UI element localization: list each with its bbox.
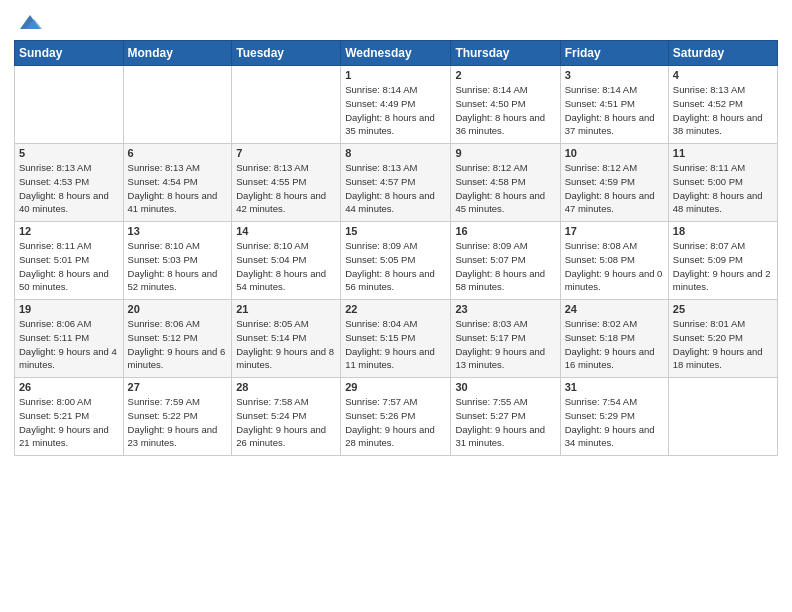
week-row-4: 19Sunrise: 8:06 AMSunset: 5:11 PMDayligh…: [15, 300, 778, 378]
day-number: 5: [19, 147, 119, 159]
day-number: 4: [673, 69, 773, 81]
day-info: Sunrise: 8:09 AMSunset: 5:07 PMDaylight:…: [455, 239, 555, 294]
sunset-text: Sunset: 5:15 PM: [345, 332, 415, 343]
day-info: Sunrise: 8:12 AMSunset: 4:58 PMDaylight:…: [455, 161, 555, 216]
day-info: Sunrise: 8:05 AMSunset: 5:14 PMDaylight:…: [236, 317, 336, 372]
sunrise-text: Sunrise: 7:57 AM: [345, 396, 417, 407]
daylight-text: Daylight: 9 hours and 8 minutes.: [236, 346, 334, 371]
daylight-text: Daylight: 8 hours and 36 minutes.: [455, 112, 545, 137]
daylight-text: Daylight: 8 hours and 44 minutes.: [345, 190, 435, 215]
day-number: 14: [236, 225, 336, 237]
day-info: Sunrise: 8:14 AMSunset: 4:51 PMDaylight:…: [565, 83, 664, 138]
day-info: Sunrise: 8:04 AMSunset: 5:15 PMDaylight:…: [345, 317, 446, 372]
calendar-cell: 18Sunrise: 8:07 AMSunset: 5:09 PMDayligh…: [668, 222, 777, 300]
day-number: 18: [673, 225, 773, 237]
day-info: Sunrise: 8:13 AMSunset: 4:53 PMDaylight:…: [19, 161, 119, 216]
sunrise-text: Sunrise: 8:13 AM: [128, 162, 200, 173]
sunset-text: Sunset: 5:17 PM: [455, 332, 525, 343]
day-info: Sunrise: 8:01 AMSunset: 5:20 PMDaylight:…: [673, 317, 773, 372]
day-number: 29: [345, 381, 446, 393]
sunrise-text: Sunrise: 8:05 AM: [236, 318, 308, 329]
sunrise-text: Sunrise: 8:06 AM: [128, 318, 200, 329]
daylight-text: Daylight: 9 hours and 11 minutes.: [345, 346, 435, 371]
sunset-text: Sunset: 5:22 PM: [128, 410, 198, 421]
daylight-text: Daylight: 8 hours and 45 minutes.: [455, 190, 545, 215]
calendar-cell: 23Sunrise: 8:03 AMSunset: 5:17 PMDayligh…: [451, 300, 560, 378]
calendar-cell: 21Sunrise: 8:05 AMSunset: 5:14 PMDayligh…: [232, 300, 341, 378]
daylight-text: Daylight: 9 hours and 13 minutes.: [455, 346, 545, 371]
calendar-cell: 25Sunrise: 8:01 AMSunset: 5:20 PMDayligh…: [668, 300, 777, 378]
calendar-cell: 1Sunrise: 8:14 AMSunset: 4:49 PMDaylight…: [341, 66, 451, 144]
day-number: 20: [128, 303, 228, 315]
calendar-cell: 19Sunrise: 8:06 AMSunset: 5:11 PMDayligh…: [15, 300, 124, 378]
day-info: Sunrise: 8:13 AMSunset: 4:54 PMDaylight:…: [128, 161, 228, 216]
weekday-header-thursday: Thursday: [451, 41, 560, 66]
day-info: Sunrise: 8:12 AMSunset: 4:59 PMDaylight:…: [565, 161, 664, 216]
calendar-cell: 16Sunrise: 8:09 AMSunset: 5:07 PMDayligh…: [451, 222, 560, 300]
weekday-header-tuesday: Tuesday: [232, 41, 341, 66]
sunrise-text: Sunrise: 8:13 AM: [19, 162, 91, 173]
calendar-cell: 10Sunrise: 8:12 AMSunset: 4:59 PMDayligh…: [560, 144, 668, 222]
day-number: 30: [455, 381, 555, 393]
day-info: Sunrise: 7:55 AMSunset: 5:27 PMDaylight:…: [455, 395, 555, 450]
weekday-header-monday: Monday: [123, 41, 232, 66]
daylight-text: Daylight: 8 hours and 58 minutes.: [455, 268, 545, 293]
sunrise-text: Sunrise: 7:58 AM: [236, 396, 308, 407]
calendar-cell: 28Sunrise: 7:58 AMSunset: 5:24 PMDayligh…: [232, 378, 341, 456]
day-info: Sunrise: 8:10 AMSunset: 5:03 PMDaylight:…: [128, 239, 228, 294]
sunrise-text: Sunrise: 8:14 AM: [345, 84, 417, 95]
calendar-cell: [123, 66, 232, 144]
day-info: Sunrise: 8:10 AMSunset: 5:04 PMDaylight:…: [236, 239, 336, 294]
day-info: Sunrise: 8:03 AMSunset: 5:17 PMDaylight:…: [455, 317, 555, 372]
sunset-text: Sunset: 4:49 PM: [345, 98, 415, 109]
sunset-text: Sunset: 5:09 PM: [673, 254, 743, 265]
day-number: 15: [345, 225, 446, 237]
sunset-text: Sunset: 5:03 PM: [128, 254, 198, 265]
daylight-text: Daylight: 9 hours and 34 minutes.: [565, 424, 655, 449]
calendar-cell: 5Sunrise: 8:13 AMSunset: 4:53 PMDaylight…: [15, 144, 124, 222]
sunrise-text: Sunrise: 8:03 AM: [455, 318, 527, 329]
sunrise-text: Sunrise: 8:13 AM: [236, 162, 308, 173]
sunset-text: Sunset: 5:05 PM: [345, 254, 415, 265]
sunset-text: Sunset: 5:18 PM: [565, 332, 635, 343]
sunrise-text: Sunrise: 8:02 AM: [565, 318, 637, 329]
day-number: 10: [565, 147, 664, 159]
sunrise-text: Sunrise: 8:13 AM: [673, 84, 745, 95]
day-info: Sunrise: 8:02 AMSunset: 5:18 PMDaylight:…: [565, 317, 664, 372]
week-row-1: 1Sunrise: 8:14 AMSunset: 4:49 PMDaylight…: [15, 66, 778, 144]
day-number: 22: [345, 303, 446, 315]
calendar-cell: 13Sunrise: 8:10 AMSunset: 5:03 PMDayligh…: [123, 222, 232, 300]
sunrise-text: Sunrise: 8:07 AM: [673, 240, 745, 251]
daylight-text: Daylight: 8 hours and 41 minutes.: [128, 190, 218, 215]
calendar-cell: 29Sunrise: 7:57 AMSunset: 5:26 PMDayligh…: [341, 378, 451, 456]
day-number: 6: [128, 147, 228, 159]
daylight-text: Daylight: 9 hours and 4 minutes.: [19, 346, 117, 371]
daylight-text: Daylight: 8 hours and 47 minutes.: [565, 190, 655, 215]
sunset-text: Sunset: 5:26 PM: [345, 410, 415, 421]
sunrise-text: Sunrise: 8:14 AM: [565, 84, 637, 95]
day-info: Sunrise: 8:13 AMSunset: 4:55 PMDaylight:…: [236, 161, 336, 216]
day-number: 24: [565, 303, 664, 315]
sunrise-text: Sunrise: 8:13 AM: [345, 162, 417, 173]
calendar-cell: 24Sunrise: 8:02 AMSunset: 5:18 PMDayligh…: [560, 300, 668, 378]
daylight-text: Daylight: 8 hours and 42 minutes.: [236, 190, 326, 215]
daylight-text: Daylight: 9 hours and 21 minutes.: [19, 424, 109, 449]
daylight-text: Daylight: 8 hours and 40 minutes.: [19, 190, 109, 215]
sunset-text: Sunset: 5:29 PM: [565, 410, 635, 421]
calendar-cell: 22Sunrise: 8:04 AMSunset: 5:15 PMDayligh…: [341, 300, 451, 378]
sunrise-text: Sunrise: 8:00 AM: [19, 396, 91, 407]
day-info: Sunrise: 8:11 AMSunset: 5:00 PMDaylight:…: [673, 161, 773, 216]
daylight-text: Daylight: 9 hours and 31 minutes.: [455, 424, 545, 449]
sunset-text: Sunset: 5:04 PM: [236, 254, 306, 265]
sunrise-text: Sunrise: 8:10 AM: [128, 240, 200, 251]
week-row-3: 12Sunrise: 8:11 AMSunset: 5:01 PMDayligh…: [15, 222, 778, 300]
daylight-text: Daylight: 8 hours and 38 minutes.: [673, 112, 763, 137]
day-number: 13: [128, 225, 228, 237]
sunset-text: Sunset: 4:54 PM: [128, 176, 198, 187]
sunset-text: Sunset: 5:27 PM: [455, 410, 525, 421]
calendar-cell: 20Sunrise: 8:06 AMSunset: 5:12 PMDayligh…: [123, 300, 232, 378]
sunrise-text: Sunrise: 8:01 AM: [673, 318, 745, 329]
sunset-text: Sunset: 4:51 PM: [565, 98, 635, 109]
day-info: Sunrise: 8:13 AMSunset: 4:57 PMDaylight:…: [345, 161, 446, 216]
day-number: 9: [455, 147, 555, 159]
